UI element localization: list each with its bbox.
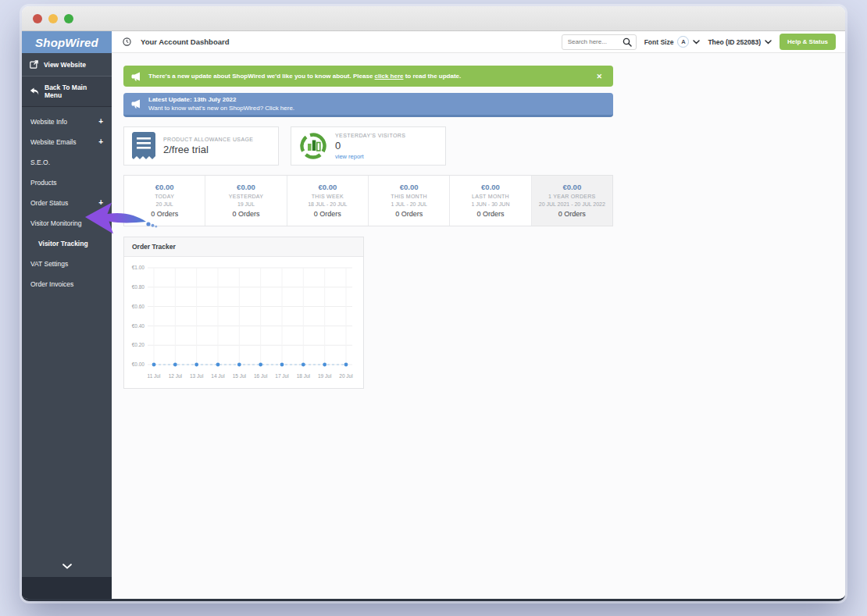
stat-date-range: 1 JUN - 30 JUN bbox=[453, 201, 527, 207]
user-menu[interactable]: Theo (ID 252083) bbox=[708, 38, 772, 46]
stat-orders-count: 0 Orders bbox=[209, 210, 283, 218]
latest-update-banner[interactable]: Latest Update: 13th July 2022 Want to kn… bbox=[123, 93, 613, 117]
chevron-down-icon[interactable] bbox=[693, 40, 700, 45]
order-stat-cell-last-month[interactable]: €0.00LAST MONTH1 JUN - 30 JUN0 Orders bbox=[450, 176, 531, 226]
stat-orders-count: 0 Orders bbox=[535, 210, 609, 218]
stat-amount: €0.00 bbox=[453, 183, 527, 191]
expand-toggle-icon[interactable]: − bbox=[98, 221, 103, 226]
stat-period-label: YESTERDAY bbox=[209, 194, 283, 199]
svg-text:18 Jul: 18 Jul bbox=[297, 373, 311, 379]
stat-orders-count: 0 Orders bbox=[453, 210, 527, 218]
chevron-down-icon bbox=[62, 564, 72, 569]
dashboard-content: There's a new update about ShopWired we'… bbox=[112, 53, 845, 599]
stat-period-label: 1 YEAR ORDERS bbox=[535, 194, 609, 199]
stat-orders-count: 0 Orders bbox=[291, 210, 365, 218]
stat-date-range: 19 JUL bbox=[209, 201, 283, 207]
sidebar-item-label: Website Info bbox=[30, 118, 67, 126]
sidebar-item-order-status[interactable]: Order Status+ bbox=[22, 193, 112, 213]
view-report-link[interactable]: view report bbox=[335, 153, 405, 160]
sidebar-item-label: Order Invoices bbox=[30, 280, 73, 288]
font-size-badge[interactable]: A bbox=[677, 36, 689, 48]
sidebar-item-order-invoices[interactable]: Order Invoices bbox=[22, 274, 112, 294]
order-stat-cell-this-week[interactable]: €0.00THIS WEEK18 JUL - 20 JUL0 Orders bbox=[287, 176, 369, 226]
expand-toggle-icon[interactable]: + bbox=[98, 201, 103, 205]
sidebar-item-view-website[interactable]: View Website bbox=[22, 53, 112, 77]
sidebar-item-label: Website Emails bbox=[30, 138, 76, 146]
order-tracker-chart: €0.00€0.20€0.40€0.60€0.80€1.0011 Jul12 J… bbox=[124, 257, 363, 388]
chevron-down-icon[interactable] bbox=[765, 40, 772, 45]
svg-text:13 Jul: 13 Jul bbox=[190, 373, 204, 379]
sidebar-item-label: S.E.O. bbox=[30, 158, 50, 166]
stat-amount: €0.00 bbox=[372, 183, 446, 191]
megaphone-icon bbox=[131, 72, 142, 81]
update-banner: There's a new update about ShopWired we'… bbox=[123, 66, 613, 87]
order-stat-cell-today[interactable]: €0.00TODAY20 JUL0 Orders bbox=[124, 176, 205, 226]
external-link-icon bbox=[30, 60, 38, 69]
clock-icon bbox=[123, 37, 131, 46]
sidebar-item-label: Order Status bbox=[30, 199, 68, 207]
svg-text:11 Jul: 11 Jul bbox=[148, 373, 161, 379]
sidebar-item-vat-settings[interactable]: VAT Settings bbox=[22, 254, 112, 274]
stat-amount: €0.00 bbox=[209, 183, 283, 191]
close-icon[interactable]: ✕ bbox=[593, 71, 605, 82]
click-here-link[interactable]: click here bbox=[375, 73, 404, 80]
card-value: 0 bbox=[335, 140, 405, 151]
order-stat-cell-this-month[interactable]: €0.00THIS MONTH1 JUL - 20 JUL0 Orders bbox=[369, 176, 450, 226]
megaphone-icon bbox=[131, 99, 142, 109]
stat-date-range: 1 JUL - 20 JUL bbox=[372, 201, 446, 207]
expand-toggle-icon[interactable]: + bbox=[98, 140, 103, 144]
sidebar-item-s-e-o[interactable]: S.E.O. bbox=[22, 152, 112, 173]
search-icon[interactable] bbox=[623, 37, 632, 47]
user-name: Theo (ID 252083) bbox=[708, 38, 761, 46]
app-window: ShopWired View Website Back To Main Menu bbox=[22, 6, 845, 601]
sidebar-item-website-emails[interactable]: Website Emails+ bbox=[22, 132, 112, 152]
help-status-button[interactable]: Help & Status bbox=[780, 34, 836, 50]
sidebar-item-label: Visitor Tracking bbox=[38, 240, 88, 247]
sidebar-item-label: VAT Settings bbox=[30, 260, 68, 268]
yesterdays-visitors-card: YESTERDAY'S VISITORS 0 view report bbox=[291, 126, 446, 166]
svg-text:€0.40: €0.40 bbox=[132, 323, 145, 329]
sidebar-item-back-to-main-menu[interactable]: Back To Main Menu bbox=[22, 77, 112, 107]
svg-text:12 Jul: 12 Jul bbox=[169, 373, 183, 379]
stat-date-range: 18 JUL - 20 JUL bbox=[291, 201, 365, 207]
font-size-control[interactable]: Font Size A bbox=[644, 36, 701, 48]
search-input[interactable] bbox=[568, 38, 618, 45]
expand-toggle-icon[interactable]: + bbox=[98, 119, 103, 124]
stat-period-label: LAST MONTH bbox=[453, 194, 527, 199]
order-stat-cell-yesterday[interactable]: €0.00YESTERDAY19 JUL0 Orders bbox=[205, 176, 287, 226]
main-header: Your Account Dashboard Font Size bbox=[112, 31, 845, 53]
stat-period-label: TODAY bbox=[127, 194, 202, 199]
svg-text:€0.60: €0.60 bbox=[132, 304, 145, 309]
font-size-label: Font Size bbox=[644, 38, 674, 46]
sidebar-item-label: View Website bbox=[44, 61, 86, 69]
close-window-button[interactable] bbox=[33, 14, 42, 23]
latest-update-title: Latest Update: 13th July 2022 bbox=[148, 96, 294, 103]
order-stats-row: €0.00TODAY20 JUL0 Orders€0.00YESTERDAY19… bbox=[123, 175, 613, 226]
svg-text:16 Jul: 16 Jul bbox=[254, 373, 268, 379]
search-box[interactable] bbox=[562, 34, 637, 50]
sidebar-footer bbox=[22, 577, 112, 599]
product-allowance-card: PRODUCT ALLOWANCE USAGE 2/free trial bbox=[123, 126, 279, 166]
shopwired-logo: ShopWired bbox=[22, 31, 112, 53]
stat-date-range: 20 JUL 2021 - 20 JUL 2022 bbox=[535, 201, 609, 207]
sidebar-nav: Website Info+Website Emails+S.E.O.Produc… bbox=[22, 107, 112, 557]
stat-date-range: 20 JUL bbox=[127, 201, 202, 207]
sidebar-item-products[interactable]: Products bbox=[22, 173, 112, 193]
sidebar-item-label: Products bbox=[30, 179, 57, 187]
sidebar-item-label: Back To Main Menu bbox=[45, 84, 104, 99]
order-stat-cell-1-year-orders[interactable]: €0.001 YEAR ORDERS20 JUL 2021 - 20 JUL 2… bbox=[532, 176, 612, 226]
svg-text:14 Jul: 14 Jul bbox=[211, 373, 225, 379]
sidebar-item-visitor-monitoring[interactable]: Visitor Monitoring− bbox=[22, 213, 112, 233]
receipt-icon bbox=[132, 132, 155, 160]
stat-period-label: THIS WEEK bbox=[291, 194, 365, 199]
sidebar-scroll-down[interactable] bbox=[22, 557, 112, 577]
sidebar-item-website-info[interactable]: Website Info+ bbox=[22, 112, 112, 132]
zoom-window-button[interactable] bbox=[64, 14, 73, 23]
svg-text:15 Jul: 15 Jul bbox=[233, 373, 247, 379]
sidebar-item-visitor-tracking[interactable]: Visitor Tracking bbox=[22, 233, 112, 254]
latest-update-text[interactable]: Want to know what's new on ShopWired? Cl… bbox=[148, 105, 294, 112]
banner-message: There's a new update about ShopWired we'… bbox=[148, 73, 461, 80]
sidebar-item-label: Visitor Monitoring bbox=[30, 219, 82, 227]
minimize-window-button[interactable] bbox=[48, 14, 58, 23]
svg-text:€1.00: €1.00 bbox=[132, 265, 145, 270]
